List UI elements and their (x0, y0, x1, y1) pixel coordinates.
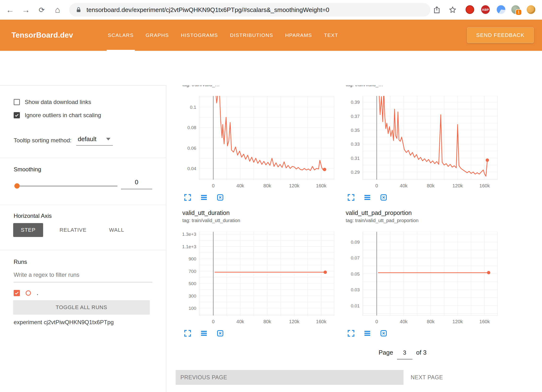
svg-text:0.33: 0.33 (351, 142, 360, 147)
svg-text:0.04: 0.04 (187, 166, 196, 171)
home-button[interactable]: ⌂ (51, 4, 64, 16)
svg-text:0.09: 0.09 (351, 240, 360, 245)
svg-text:100: 100 (189, 306, 196, 311)
slider-thumb[interactable] (14, 183, 20, 189)
runs-filter-input[interactable] (14, 270, 152, 282)
page-number-input[interactable] (397, 348, 412, 359)
svg-text:120k: 120k (452, 183, 463, 188)
chart-toolbar (184, 329, 340, 337)
tooltip-sorting-select[interactable]: default (76, 135, 113, 146)
expand-chart-button[interactable] (347, 194, 355, 201)
run-checkbox[interactable] (14, 290, 20, 296)
chart-toolbar (184, 194, 340, 201)
pagination: Page of 3 (379, 348, 427, 359)
chart-options-button[interactable] (363, 194, 371, 201)
ignore-outliers-checkbox[interactable] (14, 112, 20, 118)
svg-text:160k: 160k (316, 183, 327, 188)
svg-text:0.35: 0.35 (351, 128, 360, 133)
axis-relative-button[interactable]: RELATIVE (53, 223, 93, 237)
share-icon[interactable] (433, 6, 441, 14)
chart-options-button[interactable] (200, 329, 208, 337)
profile-avatar[interactable]: 1 (511, 5, 520, 14)
tab-histograms[interactable]: HISTOGRAMS (175, 20, 224, 51)
svg-text:160k: 160k (479, 183, 490, 188)
smoothing-value[interactable]: 0 (121, 179, 152, 189)
extension-pie-icon[interactable] (497, 5, 505, 14)
chart-plot[interactable]: 0.040.060.080.1040k80k120k160k (182, 96, 336, 190)
chart-plot[interactable]: 0.010.030.050.070.09040k80k120k160k (346, 232, 499, 326)
svg-text:0: 0 (212, 319, 215, 324)
svg-text:0.1: 0.1 (190, 105, 196, 110)
chart-card: valid_utt_duration tag: train/valid_utt_… (177, 209, 340, 337)
tooltip-sorting-label: Tooltip sorting method: (14, 137, 71, 144)
extension-abp-icon[interactable]: ABP (481, 5, 490, 14)
bookmark-star-icon[interactable] (449, 6, 457, 14)
chart-toolbar (347, 329, 503, 337)
show-download-checkbox[interactable] (14, 99, 20, 105)
svg-text:0.03: 0.03 (351, 287, 360, 292)
chart-card: tag: train/valid_… 0.290.310.330.350.370… (340, 85, 503, 201)
axis-step-button[interactable]: STEP (13, 223, 43, 237)
fullscreen-icon (184, 329, 191, 337)
url-text: tensorboard.dev/experiment/cj2vtPiwQHKN9… (86, 6, 329, 14)
fit-domain-button[interactable] (216, 194, 224, 201)
ignore-outliers-row: Ignore outliers in chart scaling (14, 112, 101, 119)
fit-domain-icon (216, 329, 224, 337)
forward-button[interactable]: → (20, 4, 32, 16)
svg-text:900: 900 (189, 256, 196, 261)
reload-button[interactable]: ⟳ (35, 4, 48, 16)
chart-card: valid_utt_pad_proportion tag: train/vali… (340, 209, 503, 337)
fit-domain-button[interactable] (380, 329, 387, 337)
chart-options-button[interactable] (363, 329, 371, 337)
svg-text:0.37: 0.37 (351, 114, 360, 119)
axis-wall-button[interactable]: WALL (103, 223, 130, 237)
expand-chart-button[interactable] (347, 329, 355, 337)
svg-text:160k: 160k (479, 319, 490, 324)
chart-plot[interactable]: 1003005007009001.1e+31.3e+3040k80k120k16… (182, 232, 336, 326)
slider-track[interactable] (14, 186, 117, 186)
svg-text:1.3e+3: 1.3e+3 (182, 232, 196, 237)
svg-text:0: 0 (375, 183, 378, 188)
svg-text:1.1e+3: 1.1e+3 (182, 244, 196, 249)
previous-page-button[interactable]: PREVIOUS PAGE (176, 370, 404, 385)
fit-domain-button[interactable] (216, 329, 224, 337)
tab-scalars[interactable]: SCALARS (102, 20, 140, 51)
smoothing-slider[interactable] (14, 183, 117, 189)
chart-options-button[interactable] (200, 194, 208, 201)
fit-domain-icon (380, 194, 387, 201)
chart-plot[interactable]: 0.290.310.330.350.370.39040k80k120k160k (346, 96, 499, 190)
run-name: . (37, 289, 38, 297)
fit-domain-button[interactable] (380, 194, 387, 201)
svg-text:0.39: 0.39 (351, 100, 360, 105)
app-header: TensorBoard.dev SCALARS GRAPHS HISTOGRAM… (0, 20, 542, 51)
page-label: Page (379, 349, 393, 356)
url-path: /experiment/cj2vtPiwQHKN9Q1tx6PTpg/#scal… (132, 6, 329, 13)
charts-region: tag: train/valid_… 0.040.060.080.1040k80… (167, 85, 542, 392)
tab-text[interactable]: TEXT (318, 20, 344, 51)
abp-label: ABP (482, 8, 489, 12)
avatar-badge: 1 (515, 9, 522, 15)
svg-text:0: 0 (375, 319, 378, 324)
svg-text:120k: 120k (289, 183, 300, 188)
toggle-all-runs-button[interactable]: TOGGLE ALL RUNS (13, 300, 150, 315)
fullscreen-icon (184, 194, 191, 201)
tab-distributions[interactable]: DISTRIBUTIONS (224, 20, 279, 51)
extension-cookie-icon[interactable] (527, 5, 535, 14)
extension-adblock-icon[interactable] (466, 5, 474, 14)
next-page-button[interactable]: NEXT PAGE (407, 370, 447, 385)
expand-chart-button[interactable] (184, 194, 191, 201)
svg-text:0.31: 0.31 (351, 156, 360, 161)
chart-tag: tag: train/valid_… (182, 85, 340, 88)
address-bar[interactable]: tensorboard.dev/experiment/cj2vtPiwQHKN9… (69, 3, 430, 17)
chart-toolbar (347, 194, 503, 201)
nav-tabs: SCALARS GRAPHS HISTOGRAMS DISTRIBUTIONS … (102, 20, 344, 51)
send-feedback-button[interactable]: SEND FEEDBACK (467, 27, 534, 43)
smoothing-heading: Smoothing (14, 166, 41, 173)
svg-text:300: 300 (189, 294, 196, 299)
tab-hparams[interactable]: HPARAMS (279, 20, 318, 51)
expand-chart-button[interactable] (184, 329, 191, 337)
tab-graphs[interactable]: GRAPHS (140, 20, 175, 51)
back-button[interactable]: ← (4, 4, 16, 16)
svg-text:0.05: 0.05 (351, 271, 360, 277)
brand-logo[interactable]: TensorBoard.dev (12, 20, 73, 51)
